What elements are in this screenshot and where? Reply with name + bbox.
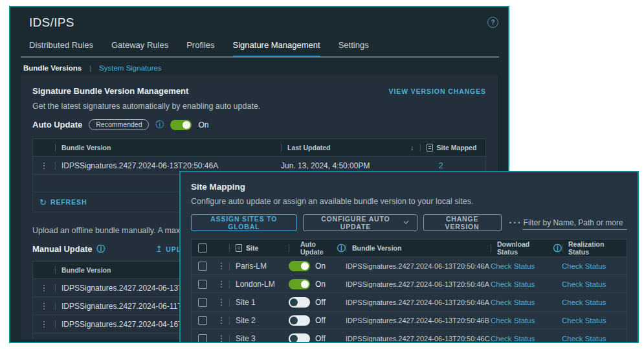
configure-auto-update-button[interactable]: CONFIGURE AUTO UPDATE (303, 214, 417, 231)
col-bundle-version[interactable]: Bundle Version (61, 266, 111, 274)
bundle-version-value: IDPSSignatures.2427.2024-06-13T20:50:46A (61, 161, 218, 170)
tab-gateway-rules[interactable]: Gateway Rules (111, 40, 168, 58)
bundle-version-value: IDPSSignatures.2427.2024-06-13T20:50:46A (346, 262, 491, 270)
check-download-status-link[interactable]: Check Status (491, 280, 535, 288)
site-mapping-toolbar: ASSIGN SITES TO GLOBAL CONFIGURE AUTO UP… (191, 214, 627, 231)
toggle-state: Off (315, 334, 326, 343)
col-bundle-version[interactable]: Bundle Version (61, 144, 111, 152)
info-icon[interactable]: ⓘ (155, 120, 164, 129)
row-checkbox[interactable] (198, 262, 207, 271)
toggle-state: Off (315, 316, 326, 325)
help-icon[interactable]: ? (487, 17, 498, 28)
row-menu-icon[interactable]: ⋮ (33, 283, 55, 293)
auto-update-toggle[interactable] (289, 333, 310, 344)
check-download-status-link[interactable]: Check Status (491, 262, 535, 270)
info-icon[interactable]: ⓘ (337, 244, 346, 253)
row-menu-icon[interactable]: ⋮ (214, 261, 229, 271)
table-row-paris[interactable]: ⋮ Paris-LM On IDPSSignatures.2427.2024-0… (192, 256, 627, 275)
row-menu-icon[interactable]: ⋮ (214, 315, 229, 325)
change-version-button[interactable]: CHANGE VERSION (423, 214, 502, 231)
table-row-site1[interactable]: ⋮ Site 1 Off IDPSSignatures.2427.2024-06… (192, 293, 627, 311)
site-name: London-LM (236, 280, 275, 289)
info-icon[interactable]: ⓘ (553, 244, 562, 253)
table-row-site3[interactable]: ⋮ Site 3 Off IDPSSignatures.2427.2024-06… (192, 329, 627, 343)
col-download-status[interactable]: Download Status (497, 240, 550, 256)
section-title: Signature Bundle Version Management (32, 86, 188, 96)
page-title: IDS/IPS (10, 7, 508, 30)
auto-update-toggle[interactable] (289, 261, 310, 271)
site-name: Site 3 (236, 334, 256, 343)
bundle-version-value: IDPSSignatures.2427.2024-06-13T20:50:46C (346, 335, 491, 343)
tab-settings[interactable]: Settings (339, 40, 369, 58)
site-name: Site 2 (236, 316, 256, 325)
bundle-version-value: IDPSSignatures.2427.2024-06-13T20:50:46B (346, 317, 491, 324)
document-icon (236, 244, 242, 252)
site-name: Paris-LM (236, 262, 267, 271)
manual-update-label: Manual Update (32, 244, 92, 254)
row-checkbox[interactable] (198, 334, 207, 343)
row-checkbox[interactable] (198, 316, 207, 325)
check-download-status-link[interactable]: Check Status (491, 298, 535, 306)
table-row-site2[interactable]: ⋮ Site 2 Off IDPSSignatures.2427.2024-06… (192, 311, 627, 329)
auto-update-toggle[interactable] (289, 279, 310, 289)
col-auto-update[interactable]: Auto Update (300, 240, 328, 256)
auto-update-state: On (198, 120, 208, 129)
assign-sites-to-global-button[interactable]: ASSIGN SITES TO GLOBAL (191, 214, 297, 231)
site-mapping-table: Site Auto Updateⓘ Bundle Version Downloa… (191, 239, 627, 343)
check-download-status-link[interactable]: Check Status (491, 335, 535, 343)
tab-divider (21, 56, 499, 58)
check-realization-status-link[interactable]: Check Status (562, 262, 606, 270)
auto-update-toggle[interactable] (289, 315, 310, 326)
auto-update-toggle[interactable] (170, 120, 192, 130)
table-row-london[interactable]: ⋮ London-LM On IDPSSignatures.2427.2024-… (192, 275, 627, 293)
section-description: Get the latest signatures automatically … (32, 102, 486, 111)
col-bundle-version[interactable]: Bundle Version (352, 244, 401, 252)
refresh-button[interactable]: REFRESH (50, 198, 87, 206)
row-menu-icon[interactable]: ⋮ (33, 319, 55, 329)
subtab-system-signatures[interactable]: System Signatures (99, 64, 162, 72)
toggle-state: Off (315, 298, 326, 307)
row-menu-icon[interactable]: ⋮ (214, 297, 229, 307)
last-updated-value: Jun. 13, 2024, 4:50:00PM (281, 161, 410, 170)
bundle-version-value: IDPSSignatures.2427.2024-06-13T20:50:46A (346, 280, 491, 288)
row-menu-icon[interactable]: ⋮ (214, 279, 229, 289)
col-site[interactable]: Site (246, 244, 258, 252)
check-download-status-link[interactable]: Check Status (491, 317, 535, 324)
tab-signature-management[interactable]: Signature Management (233, 40, 320, 58)
tab-profiles[interactable]: Profiles (186, 40, 214, 58)
info-icon[interactable]: ⓘ (96, 245, 105, 253)
col-last-updated[interactable]: Last Updated (287, 144, 331, 152)
site-mapping-description: Configure auto update or assign an avail… (191, 197, 627, 206)
table-header-row: Site Auto Updateⓘ Bundle Version Downloa… (192, 240, 627, 256)
toggle-state: On (315, 262, 326, 271)
sub-tabbar: Bundle Versions | System Signatures (10, 59, 508, 72)
more-actions-button[interactable]: ··· (509, 218, 522, 228)
subtab-separator: | (89, 64, 91, 72)
row-menu-icon[interactable]: ⋮ (33, 301, 55, 311)
row-menu-icon[interactable]: ⋮ (33, 161, 55, 170)
sort-desc-icon[interactable]: ↓ (410, 144, 414, 152)
row-menu-icon[interactable]: ⋮ (214, 333, 229, 343)
filter-input[interactable] (522, 216, 627, 230)
upload-icon: ↥ (155, 244, 162, 254)
site-mapping-panel: Site Mapping Configure auto update or as… (179, 171, 639, 343)
check-realization-status-link[interactable]: Check Status (562, 317, 606, 324)
site-mapping-title: Site Mapping (191, 182, 627, 192)
row-checkbox[interactable] (198, 280, 207, 289)
col-realization-status[interactable]: Realization Status (568, 240, 627, 256)
row-checkbox[interactable] (198, 298, 207, 307)
auto-update-toggle[interactable] (289, 297, 310, 308)
select-all-checkbox[interactable] (198, 243, 207, 253)
site-mapped-link[interactable]: 2 (439, 161, 443, 170)
recommended-badge: Recommended (89, 119, 149, 130)
check-realization-status-link[interactable]: Check Status (562, 280, 606, 288)
auto-update-label: Auto Update (32, 120, 82, 129)
check-realization-status-link[interactable]: Check Status (562, 335, 606, 343)
chevron-down-icon (404, 219, 409, 224)
tab-distributed-rules[interactable]: Distributed Rules (29, 40, 93, 58)
check-realization-status-link[interactable]: Check Status (562, 298, 606, 306)
document-icon (427, 144, 433, 152)
view-version-changes-link[interactable]: VIEW VERSION CHANGES (389, 87, 486, 95)
subtab-bundle-versions[interactable]: Bundle Versions (23, 64, 82, 72)
col-site-mapped[interactable]: Site Mapped (437, 144, 477, 152)
